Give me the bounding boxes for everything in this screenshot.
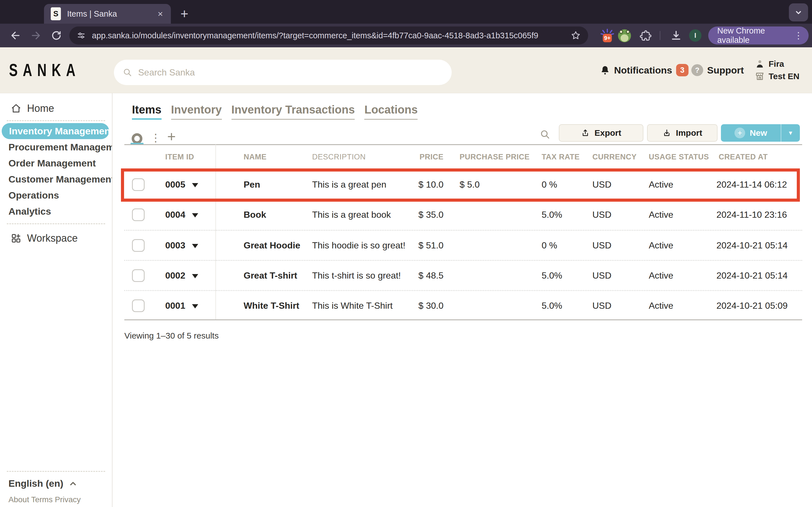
sidebar-item-procurement-management[interactable]: Procurement Management (0, 139, 112, 155)
sidebar-item-workspace[interactable]: Workspace (0, 230, 112, 246)
column-header-name[interactable]: NAME (215, 153, 310, 161)
row-expand-caret-icon[interactable] (192, 244, 198, 248)
tab-title: Items | Sanka (67, 9, 156, 18)
row-expand-caret-icon[interactable] (192, 183, 198, 187)
site-favicon-icon: S (51, 7, 61, 20)
export-button[interactable]: Export (559, 124, 644, 142)
column-header-currency[interactable]: CURRENCY (590, 153, 646, 161)
person-icon (755, 59, 765, 69)
table-row-0004[interactable]: 0004BookThis is a great book$ 35.05.0%US… (124, 200, 802, 230)
column-header-usage-status[interactable]: USAGE STATUS (646, 153, 716, 161)
results-count: Viewing 1–30 of 5 results (124, 331, 219, 341)
module-tabs: ItemsInventoryInventory TransactionsLoca… (132, 103, 417, 120)
table-row-0003[interactable]: 0003Great HoodieThis hoodie is so great!… (124, 230, 802, 260)
workspace-grid-icon (11, 233, 21, 244)
add-view-button[interactable]: + (167, 128, 175, 145)
sidebar-item-order-management[interactable]: Order Management (0, 155, 112, 171)
item-description: This hoodie is so great! (310, 240, 401, 251)
sidebar: Home Inventory ManagementProcurement Man… (0, 93, 112, 507)
footer-links[interactable]: About Terms Privacy (0, 495, 112, 504)
frog-face (620, 34, 628, 42)
item-currency: USD (590, 300, 646, 311)
row-checkbox[interactable] (132, 209, 145, 221)
notifications-count-badge: 3 (676, 64, 689, 76)
user-row[interactable]: Fira (755, 59, 799, 69)
account-menu[interactable]: Fira Test EN (755, 47, 799, 93)
language-selector[interactable]: English (en) (0, 478, 112, 489)
new-button[interactable]: + New ▼ (721, 124, 800, 142)
forward-icon[interactable] (31, 30, 42, 41)
browser-menu-kebab-icon[interactable]: ⋮ (794, 30, 803, 41)
profile-avatar[interactable]: I (689, 29, 702, 42)
extension-badge-icon[interactable]: 9+ (599, 27, 615, 43)
row-checkbox[interactable] (132, 299, 145, 312)
column-header-description[interactable]: DESCRIPTION (310, 153, 401, 161)
url-bar[interactable]: app.sanka.io/modules/inventorymanagement… (69, 26, 588, 45)
column-header-price[interactable]: PRICE (401, 153, 451, 161)
sidebar-workspace-label: Workspace (27, 232, 78, 244)
browser-tab[interactable]: S Items | Sanka × (44, 4, 171, 24)
extensions-puzzle-icon[interactable] (640, 29, 652, 42)
row-expand-caret-icon[interactable] (192, 304, 198, 308)
site-settings-icon[interactable] (77, 31, 86, 40)
sidebar-item-home[interactable]: Home (0, 101, 112, 116)
item-usage-status: Active (646, 270, 716, 281)
item-currency: USD (590, 210, 646, 220)
import-button[interactable]: Import (647, 124, 718, 142)
back-icon[interactable] (10, 30, 21, 41)
row-checkbox[interactable] (132, 239, 145, 252)
frog-eye-left (619, 30, 623, 34)
column-header-created-at[interactable]: CREATED AT (716, 153, 802, 161)
bell-icon (600, 65, 610, 75)
sidebar-item-analytics[interactable]: Analytics (0, 203, 112, 219)
table-search-icon[interactable] (539, 129, 551, 140)
view-options-kebab-icon[interactable]: ⋮ (150, 131, 161, 144)
column-header-item-id[interactable]: ITEM ID (153, 153, 215, 161)
new-tab-button[interactable]: + (181, 6, 188, 22)
tab-search-button[interactable] (789, 3, 808, 21)
table-row-0005[interactable]: 0005PenThis is a great pen$ 10.0$ 5.00 %… (124, 170, 802, 200)
tab-locations[interactable]: Locations (364, 103, 417, 120)
frog-extension-icon[interactable] (618, 29, 631, 42)
chevron-down-icon (794, 8, 803, 17)
reload-icon[interactable] (51, 30, 62, 41)
question-icon: ? (691, 64, 703, 76)
item-tax-rate: 0 % (539, 240, 590, 251)
row-expand-caret-icon[interactable] (192, 274, 198, 278)
table-row-0001[interactable]: 0001White T-ShirtThis is White T-Shirt$ … (124, 290, 802, 320)
sidebar-item-inventory-management[interactable]: Inventory Management (2, 123, 109, 139)
view-circle-icon[interactable] (132, 133, 142, 144)
tab-inventory[interactable]: Inventory (171, 103, 222, 120)
workspace-row[interactable]: Test EN (755, 71, 799, 81)
column-header-purchase-price[interactable]: PURCHASE PRICE (451, 153, 539, 161)
sidebar-item-operations[interactable]: Operations (0, 187, 112, 203)
close-tab-icon[interactable]: × (156, 9, 164, 19)
column-header-tax-rate[interactable]: TAX RATE (539, 153, 590, 161)
tab-inventory-transactions[interactable]: Inventory Transactions (232, 103, 355, 120)
new-dropdown-caret[interactable]: ▼ (781, 124, 800, 142)
item-currency: USD (590, 270, 646, 281)
chrome-update-button[interactable]: New Chrome available ⋮ (708, 26, 809, 45)
row-expand-caret-icon[interactable] (192, 213, 198, 217)
tab-items[interactable]: Items (132, 103, 161, 120)
new-button-main[interactable]: + New (721, 124, 781, 142)
plus-icon: + (734, 128, 745, 138)
support-button[interactable]: ? Support (691, 47, 744, 93)
bookmark-star-icon[interactable] (571, 31, 581, 41)
item-id: 0005 (165, 179, 185, 190)
url-text: app.sanka.io/modules/inventorymanagement… (92, 31, 571, 40)
global-search-input[interactable]: Search Sanka (114, 60, 452, 85)
row-checkbox[interactable] (132, 178, 145, 191)
downloads-icon[interactable] (670, 29, 682, 42)
table-row-0002[interactable]: 0002Great T-shirtThis t-shirt is so grea… (124, 260, 802, 290)
chevron-up-icon (68, 479, 78, 488)
browser-tab-strip: S Items | Sanka × + (0, 0, 812, 24)
app-header: SANKA Search Sanka Notifications 3 ? Sup… (0, 47, 812, 93)
item-id: 0001 (165, 300, 185, 311)
sanka-logo[interactable]: SANKA (9, 52, 81, 87)
table-body: 0005PenThis is a great pen$ 10.0$ 5.00 %… (124, 170, 802, 320)
notifications-button[interactable]: Notifications 3 (600, 47, 689, 93)
row-checkbox[interactable] (132, 269, 145, 282)
sidebar-item-customer-management[interactable]: Customer Management (0, 171, 112, 187)
caret-down-icon: ▼ (788, 130, 794, 136)
